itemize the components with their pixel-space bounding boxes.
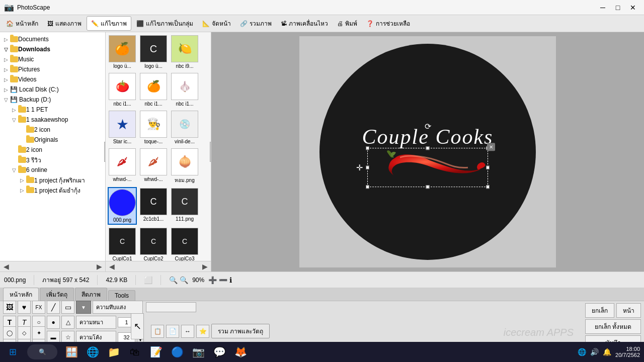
thumbnail-scroll[interactable]: 🍊 logo ü... C logo ü... 🍋 nbc i9... 🍅	[106, 32, 211, 261]
thumb-onion[interactable]: 🧅 หอม.png	[170, 147, 199, 185]
file-tree[interactable]: ▷ Documents ▽ Downloads ▷ Music ▷ Pictur…	[0, 32, 105, 261]
volume-icon[interactable]: 🔊	[590, 348, 599, 356]
handle-tm[interactable]	[426, 146, 430, 150]
systray-clock[interactable]: 18:00 20/7/2562	[615, 346, 640, 358]
minimize-button[interactable]: ─	[596, 3, 610, 13]
tool-fx[interactable]: FX	[32, 301, 45, 314]
menu-help[interactable]: ❓ การช่วยเหลือ	[362, 17, 414, 30]
cancel-button[interactable]: ยกเล็ก	[585, 303, 614, 318]
tree-item-local-c[interactable]: ▷ 💾 Local Disk (C:)	[0, 84, 105, 95]
thumb-111[interactable]: C 111.png	[170, 187, 199, 225]
thumb-vinil[interactable]: 💿 vinil-de...	[170, 110, 199, 145]
start-button[interactable]: ⊞	[0, 342, 25, 362]
tool-image[interactable]: 🖼	[3, 301, 16, 314]
menu-editor[interactable]: ✏️ แก้ไขภาพ	[87, 16, 131, 31]
thumb-2c1cb1[interactable]: C 2c1cb1...	[139, 187, 168, 225]
tree-item-saakaewshop[interactable]: ▽ 1 saakaewshop	[0, 115, 105, 125]
tool-ellipse[interactable]: ◯	[3, 326, 16, 339]
tree-right-arrow[interactable]: ▶	[94, 262, 104, 270]
tree-item-1pet[interactable]: ▷ 1 1 PET	[0, 105, 105, 115]
back-button[interactable]: หน้า	[616, 303, 641, 318]
tree-item-6online[interactable]: ▽ 6 online	[0, 165, 105, 175]
menu-display[interactable]: 🖼 แสดงภาพ	[43, 17, 86, 30]
tree-item-pictures[interactable]: ▷ Pictures	[0, 64, 105, 74]
tree-item-proj2[interactable]: ▷ 1 project ต้มยำกุ้ง	[0, 185, 105, 195]
tree-item-music[interactable]: ▷ Music	[0, 54, 105, 64]
taskbar-folder-icon[interactable]: 📁	[104, 342, 124, 362]
menu-home[interactable]: 🏠 หน้าหลัก	[2, 17, 42, 30]
merge-button[interactable]: รวม ภาพและวัตถุ	[211, 324, 270, 338]
tree-item-2icon2[interactable]: 2 icon	[0, 145, 105, 155]
zoom-info-icon[interactable]: ℹ	[229, 276, 232, 284]
tree-item-backup-d[interactable]: ▽ 💾 Backup (D:)	[0, 95, 105, 105]
tool-rect[interactable]: ▭	[61, 301, 74, 314]
tab-add-object[interactable]: เพิ่มวัตถุ	[40, 288, 74, 301]
rotate-handle[interactable]: ⟳	[425, 122, 431, 131]
thumb-000[interactable]: 000.png	[108, 187, 137, 225]
handle-bl[interactable]	[366, 185, 369, 189]
thumb-toque[interactable]: 👨‍🍳 toque-...	[139, 110, 168, 145]
handle-mr[interactable]	[486, 166, 490, 169]
tool-circle-filled[interactable]: ●	[47, 316, 60, 329]
tool-star2[interactable]: ✦	[32, 326, 45, 339]
thumb-nbc2[interactable]: 🍅 nbc i1...	[108, 72, 137, 108]
tree-item-3review[interactable]: 3 รีวิว	[0, 155, 105, 165]
thumb-nbc3[interactable]: 🍊 nbc i1...	[139, 72, 168, 108]
thumb-whwd1[interactable]: 🌶 whwd-...	[108, 147, 137, 185]
transparency-toggle[interactable]: ⬜	[144, 276, 152, 284]
move-handle[interactable]: ✛	[356, 163, 363, 172]
taskbar-chrome-icon[interactable]: 🔵	[167, 342, 187, 362]
thumb-whwd2[interactable]: 🌶 whwd-...	[139, 147, 168, 185]
tree-item-2icon[interactable]: 2 icon	[0, 125, 105, 135]
tab-tools[interactable]: Tools	[108, 290, 135, 301]
thumb-prev-arrow[interactable]: ◀	[107, 262, 117, 270]
select-tool-button[interactable]: ↖	[131, 313, 144, 339]
handle-ml[interactable]	[366, 166, 369, 169]
handle-br[interactable]	[486, 185, 490, 189]
thumb-star[interactable]: ★ Star ic...	[108, 110, 137, 145]
zoom-minus-icon[interactable]: ➖	[219, 276, 227, 284]
tab-color[interactable]: สีตภาพ	[75, 288, 107, 301]
thumb-cuplco2[interactable]: C CuplCo2	[139, 227, 168, 261]
taskbar-line-icon[interactable]: 💬	[209, 342, 229, 362]
tree-item-proj1[interactable]: ▷ 1 project กุ้งพริกเผา	[0, 175, 105, 185]
zoom-in-icon[interactable]: 🔍	[169, 276, 178, 284]
taskbar-store-icon[interactable]: 🛍	[125, 342, 145, 362]
taskbar-photoscape-icon[interactable]: 📷	[188, 342, 208, 362]
tree-left-arrow[interactable]: ◀	[1, 262, 11, 270]
search-button[interactable]: 🔍	[27, 344, 57, 359]
zoom-out-icon[interactable]: 🔍	[180, 276, 188, 284]
flip-v-button[interactable]: ⭐	[196, 325, 209, 338]
zoom-plus-icon[interactable]: ➕	[208, 276, 217, 284]
thumb-logo1[interactable]: 🍊 logo ü...	[108, 34, 137, 70]
tool-triangle[interactable]: △	[61, 316, 74, 329]
chili-container[interactable]: ✛ ✕	[367, 148, 488, 187]
menu-collage[interactable]: 📐 จัดหน้า	[198, 17, 235, 30]
maximize-button[interactable]: □	[611, 3, 625, 13]
thumb-logo2[interactable]: C logo ü...	[139, 34, 168, 70]
notification-icon[interactable]: 🔔	[603, 348, 611, 356]
tree-item-downloads[interactable]: ▽ Downloads	[0, 44, 105, 54]
tree-item-originals[interactable]: Originals	[0, 135, 105, 145]
color-picker[interactable]: ▼	[76, 301, 91, 314]
menu-animated[interactable]: 📽 ภาพเคลื่อนไหว	[277, 17, 332, 30]
flip-h-button[interactable]: ↔	[181, 325, 194, 338]
thumb-cuplco3[interactable]: C CuplCo3	[170, 227, 199, 261]
tree-item-documents[interactable]: ▷ Documents	[0, 34, 105, 44]
cancel-all-button[interactable]: ยกเล็ก ทั้งหมด	[585, 319, 641, 334]
copy-button[interactable]: 📋	[151, 325, 164, 338]
close-button[interactable]: ✕	[626, 3, 640, 13]
thumb-nbc4[interactable]: 🧄 nbc i1...	[170, 72, 199, 108]
tool-heart[interactable]: ♥	[18, 301, 31, 314]
menu-batch[interactable]: ⬛ แก้ไขภาพเป็นกลุ่ม	[132, 17, 197, 30]
menu-print[interactable]: 🖨 พิมพ์	[333, 17, 361, 30]
taskbar-notepad-icon[interactable]: 📝	[146, 342, 166, 362]
handle-bm[interactable]	[426, 185, 430, 189]
delete-object-button[interactable]: ✕	[487, 143, 495, 151]
network-icon[interactable]: 🌐	[578, 348, 586, 356]
tool-diamond[interactable]: ◇	[18, 326, 31, 339]
tree-item-videos[interactable]: ▷ Videos	[0, 74, 105, 84]
thumb-cuplco1[interactable]: C CuplCo1	[108, 227, 137, 261]
menu-combine[interactable]: 🔗 รวมภาพ	[236, 17, 276, 30]
handle-tl[interactable]	[366, 146, 369, 150]
